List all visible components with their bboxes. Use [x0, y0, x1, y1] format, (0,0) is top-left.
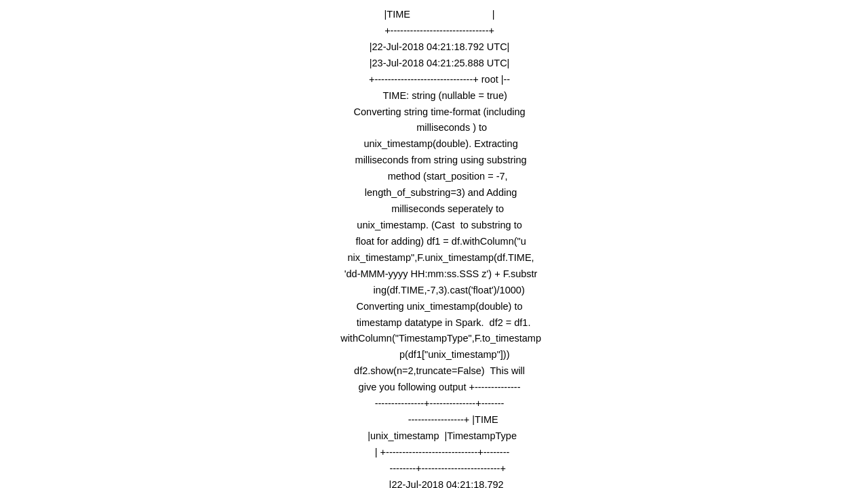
code-text: |TIME | +------------------------------+… — [176, 7, 692, 488]
main-content: |TIME | +------------------------------+… — [163, 0, 705, 488]
